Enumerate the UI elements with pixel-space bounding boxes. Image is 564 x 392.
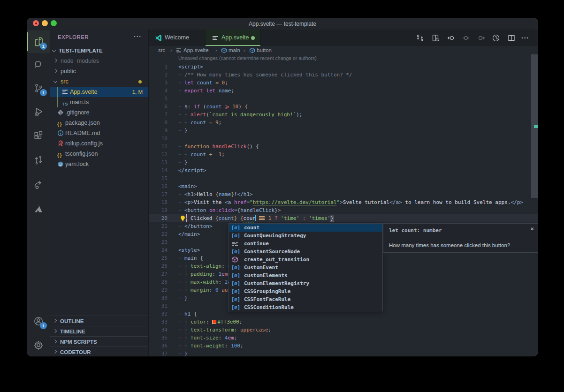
- code-line-8[interactable]: 8→→count = 9;: [149, 119, 538, 127]
- file-label: package.json: [65, 118, 100, 128]
- close-icon[interactable]: ×: [530, 225, 534, 232]
- code-line-11[interactable]: 11→function handleClick() {: [149, 143, 538, 151]
- more-actions-icon[interactable]: ···: [521, 34, 530, 42]
- color-swatch[interactable]: [212, 320, 216, 324]
- code-line-14[interactable]: 14</script>: [149, 166, 538, 174]
- sidebar-section-outline[interactable]: OUTLINE: [50, 316, 148, 326]
- tree-root-TEST-TEMPLATE[interactable]: TEST-TEMPLATE: [50, 45, 148, 56]
- sidebar-section-codetour[interactable]: CODETOUR: [50, 347, 148, 356]
- back-circle-icon[interactable]: [447, 34, 455, 42]
- tree-item-.gitignore[interactable]: .gitignore: [50, 107, 148, 118]
- codelens-annotation[interactable]: Unsaved changes (cannot determine recent…: [178, 55, 317, 61]
- code-line-37[interactable]: 37→}: [149, 350, 538, 356]
- file-rollup-icon: [57, 140, 65, 147]
- tree-item-App.svelte[interactable]: App.svelte1, M: [50, 87, 148, 97]
- breadcrumb-src[interactable]: src: [158, 46, 165, 54]
- badge: 1: [40, 43, 47, 50]
- symbol-module-icon: [231, 256, 243, 264]
- code-editor[interactable]: Unsaved changes (cannot determine recent…: [149, 54, 538, 356]
- activity-extensions-icon[interactable]: [27, 125, 50, 147]
- suggest-item-continue[interactable]: continue: [229, 240, 382, 248]
- tab-whitespace: →: [178, 79, 184, 87]
- code-line-33[interactable]: 33→→color: #ff3e00;: [149, 318, 538, 326]
- activity-settings-gear-icon[interactable]: [27, 334, 50, 356]
- editor-actions: ···: [149, 30, 538, 46]
- code-line-15[interactable]: 15: [149, 174, 538, 182]
- tree-item-package.json[interactable]: {}package.json: [50, 118, 148, 128]
- activity-search-icon[interactable]: [27, 53, 50, 76]
- tree-item-main.ts[interactable]: TSmain.ts: [50, 97, 148, 107]
- code-line-34[interactable]: 34→→text-transform: uppercase;: [149, 326, 538, 334]
- code-line-12[interactable]: 12→→count += 1;: [149, 151, 538, 158]
- sidebar-section-timeline[interactable]: TIMELINE: [50, 326, 148, 336]
- indent-guide: [179, 135, 179, 143]
- breadcrumb-button[interactable]: button: [257, 46, 272, 54]
- tree-item-public[interactable]: public: [50, 66, 148, 76]
- suggest-item-customElements[interactable]: [∅]customElements: [229, 271, 382, 279]
- code-line-17[interactable]: 17→<h1>Hello {name}!</h1>: [149, 190, 538, 198]
- activity-live-share-icon[interactable]: [27, 173, 50, 196]
- line-number: 5: [149, 95, 168, 103]
- tab-whitespace: →: [178, 286, 184, 294]
- activity-github-pull-requests-icon[interactable]: [27, 149, 50, 171]
- code-line-7[interactable]: 7→→alert(`count is dangerously high!`);: [149, 111, 538, 119]
- code-line-3[interactable]: 3→let count = 0;: [149, 79, 538, 87]
- tree-item-README.md[interactable]: README.md: [50, 128, 148, 138]
- suggest-item-CSSConditionRule[interactable]: [∅]CSSConditionRule: [229, 303, 382, 311]
- code-line-16[interactable]: 16<main>: [149, 182, 538, 190]
- suggest-item-CustomElementRegistry[interactable]: [∅]CustomElementRegistry: [229, 279, 382, 287]
- line-number: 23: [149, 238, 168, 246]
- activity-azure-icon[interactable]: [27, 197, 50, 220]
- suggest-item-CustomEvent[interactable]: [∅]CustomEvent: [229, 264, 382, 271]
- code-line-36[interactable]: 36→→font-weight: 100;: [149, 342, 538, 350]
- activity-source-control-icon[interactable]: 1: [27, 77, 50, 99]
- line-number: 31: [149, 302, 168, 310]
- code-line-4[interactable]: 4→export let name;: [149, 87, 538, 95]
- open-changes-icon[interactable]: [431, 34, 440, 42]
- breadcrumb-main[interactable]: main: [229, 46, 240, 54]
- suggest-item-CSSGroupingRule[interactable]: [∅]CSSGroupingRule: [229, 287, 382, 295]
- line-number: 4: [149, 87, 168, 95]
- code-line-35[interactable]: 35→→font-size: 4em;: [149, 334, 538, 342]
- code-line-6[interactable]: 6→$: if (count ⩾ 10) {: [149, 103, 538, 111]
- chevron-right-icon: [54, 59, 57, 62]
- activity-explorer-icon[interactable]: 1: [27, 30, 50, 53]
- title-bar[interactable]: App.svelte — test-template: [27, 18, 538, 30]
- breadcrumb-separator: ›: [244, 46, 245, 54]
- forward-circle-icon[interactable]: [477, 34, 486, 42]
- code-line-19[interactable]: 19→<button on:click={handleClick}>: [149, 206, 538, 214]
- breadcrumb-App.svelte[interactable]: App.svelte: [183, 46, 209, 54]
- suggest-item-CountQueuingStrategy[interactable]: [∅]CountQueuingStrategy: [229, 232, 382, 240]
- suggest-item-count[interactable]: [∅]count: [229, 224, 382, 232]
- sidebar-section-npm-scripts[interactable]: NPM SCRIPTS: [50, 336, 148, 347]
- tree-item-rollup.config.js[interactable]: rollup.config.js: [50, 138, 148, 149]
- suggest-details-panel: let count: number How many times has som…: [383, 223, 538, 253]
- code-line-13[interactable]: 13→}: [149, 158, 538, 166]
- code-line-10[interactable]: 10: [149, 135, 538, 143]
- code-line-2[interactable]: 2→/** How many times has someone clicked…: [149, 71, 538, 79]
- circle-icon[interactable]: [462, 34, 470, 42]
- suggest-item-create_out_transition[interactable]: create_out_transition: [229, 256, 382, 264]
- code-line-5[interactable]: 5: [149, 95, 538, 103]
- split-editor-icon[interactable]: [507, 34, 516, 42]
- git-compare-icon[interactable]: [416, 34, 424, 42]
- code-line-9[interactable]: 9→}: [149, 127, 538, 135]
- tree-item-tsconfig.json[interactable]: {}tsconfig.json: [50, 149, 148, 159]
- explorer-more-actions-icon[interactable]: ···: [134, 33, 142, 40]
- indent-guide: [179, 302, 179, 310]
- tree-item-node_modules[interactable]: node_modules: [50, 56, 148, 66]
- tab-whitespace: →: [178, 87, 184, 95]
- suggest-item-CSSFontFaceRule[interactable]: [∅]CSSFontFaceRule: [229, 295, 382, 303]
- activity-accounts-icon[interactable]: 1: [27, 310, 50, 332]
- code-line-1[interactable]: 1<script>: [149, 63, 538, 71]
- code-line-18[interactable]: 18→<p>Visit the <a href="https://svelte.…: [149, 198, 538, 206]
- suggest-item-label: customElements: [244, 271, 288, 279]
- code-line-20[interactable]: 20 →Clicked {count} {coun 1 ? 'time' : '…: [149, 214, 538, 222]
- editor-scrollbar[interactable]: [530, 54, 538, 356]
- tree-item-yarn.lock[interactable]: yarn.lock: [50, 159, 148, 169]
- run-timer-icon[interactable]: [492, 34, 500, 42]
- activity-run-and-debug-icon[interactable]: [27, 101, 50, 123]
- line-number: 32: [149, 310, 168, 318]
- tree-item-src[interactable]: src: [50, 76, 148, 87]
- suggest-item-ConstantSourceNode[interactable]: [∅]ConstantSourceNode: [229, 248, 382, 256]
